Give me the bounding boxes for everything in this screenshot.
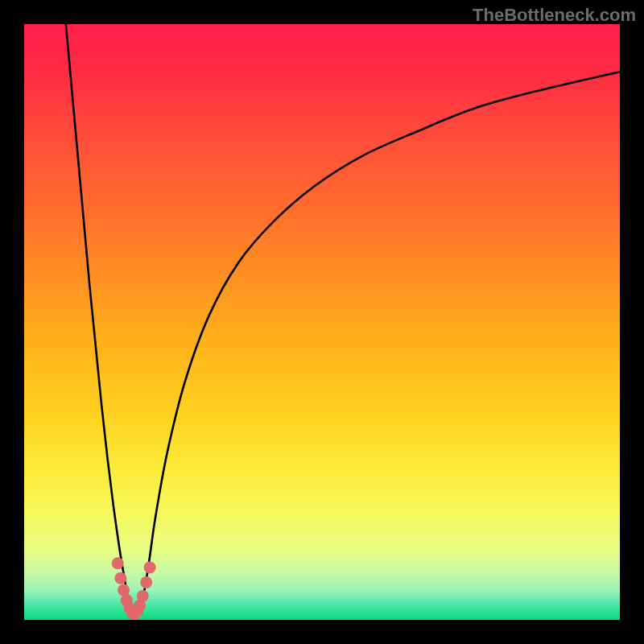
- valley-dot: [137, 590, 149, 602]
- watermark-text: TheBottleneck.com: [473, 5, 636, 26]
- curve-line: [66, 24, 620, 617]
- chart-plot-area: [24, 24, 620, 620]
- valley-dot: [144, 561, 156, 573]
- bottleneck-curve: [24, 24, 620, 620]
- valley-dot: [114, 572, 126, 584]
- valley-dot: [140, 576, 152, 588]
- valley-dots: [112, 557, 156, 620]
- valley-dot: [112, 557, 124, 569]
